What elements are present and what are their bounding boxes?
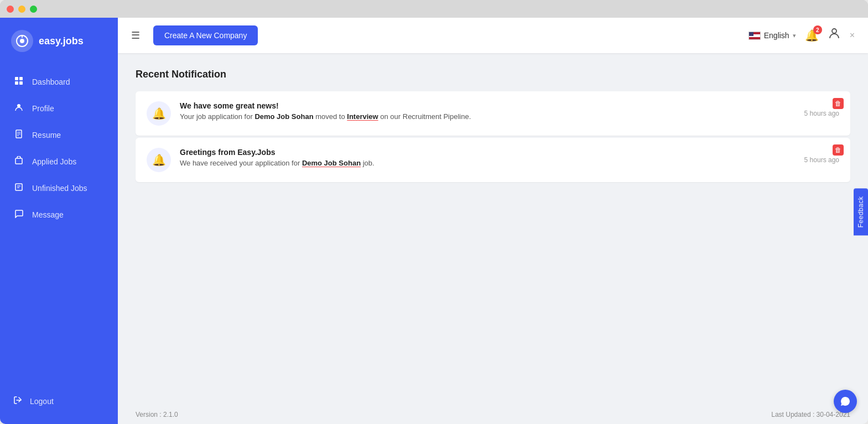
profile-icon <box>13 103 24 114</box>
sidebar-item-unfinished-jobs[interactable]: Unfinished Jobs <box>0 175 118 201</box>
svg-rect-13 <box>15 184 22 190</box>
notif-time-1: 5 hours ago <box>804 110 839 117</box>
notif-text-after-1: on our Recruitment Pipeline. <box>380 112 471 121</box>
create-company-button[interactable]: Create A New Company <box>153 25 258 45</box>
app-window: easy.jobs Dashboard Profile <box>0 0 868 424</box>
maximize-button[interactable] <box>30 6 37 13</box>
hamburger-icon[interactable]: ☰ <box>131 29 140 42</box>
sidebar-item-profile[interactable]: Profile <box>0 95 118 122</box>
notif-text-after-2: job. <box>363 159 375 167</box>
logout-icon <box>13 396 22 406</box>
svg-point-1 <box>20 39 24 43</box>
logo-icon <box>11 30 33 52</box>
svg-rect-6 <box>19 81 23 85</box>
notif-title-1: We have some great news! <box>180 101 796 110</box>
chevron-down-icon: ▾ <box>793 32 796 39</box>
header-close-icon[interactable]: × <box>850 30 855 40</box>
sidebar-item-dashboard-label: Dashboard <box>32 77 70 86</box>
sidebar-nav: Dashboard Profile Resume <box>0 64 118 387</box>
sidebar-item-applied-jobs-label: Applied Jobs <box>32 157 76 166</box>
dashboard-icon <box>13 76 24 87</box>
notif-demo-job-2: Demo Job Sohan <box>302 159 361 167</box>
chat-button[interactable] <box>834 390 857 413</box>
unfinished-jobs-icon <box>13 183 24 194</box>
svg-point-16 <box>832 29 836 33</box>
notif-demo-job-1: Demo Job Sohan <box>254 112 313 121</box>
flag-icon <box>749 32 761 40</box>
notification-card-2: 🔔 Greetings from Easy.Jobs We have recei… <box>136 138 850 182</box>
notif-text-2: We have received your application for De… <box>180 159 796 167</box>
svg-rect-4 <box>19 77 23 80</box>
feedback-tab[interactable]: Feedback <box>854 189 868 236</box>
version-text: Version : 2.1.0 <box>136 411 178 418</box>
user-profile-icon[interactable] <box>828 27 841 44</box>
notification-bell[interactable]: 🔔 2 <box>805 29 819 42</box>
sidebar-item-profile-label: Profile <box>32 104 54 113</box>
logo-text: easy.jobs <box>39 35 84 47</box>
notification-list: 🔔 We have some great news! Your job appl… <box>136 91 850 182</box>
content-area: Recent Notification 🔔 We have some great… <box>118 53 868 405</box>
sidebar-item-dashboard[interactable]: Dashboard <box>0 69 118 95</box>
resume-icon <box>13 130 24 141</box>
header: ☰ Create A New Company English ▾ 🔔 2 <box>118 18 868 53</box>
notif-delete-2[interactable]: 🗑 <box>833 144 844 156</box>
language-selector[interactable]: English ▾ <box>749 31 796 40</box>
notif-text-mid-1: moved to <box>315 112 347 121</box>
sidebar-item-message-label: Message <box>32 210 64 219</box>
notif-text-before-2: We have received your application for <box>180 159 302 167</box>
language-label: English <box>764 31 789 40</box>
notif-interview-link[interactable]: Interview <box>347 112 378 121</box>
notif-body-1: We have some great news! Your job applic… <box>180 101 796 121</box>
sidebar-item-resume-label: Resume <box>32 131 61 139</box>
sidebar-item-unfinished-jobs-label: Unfinished Jobs <box>32 184 87 193</box>
message-icon <box>13 209 24 220</box>
notif-text-before-1: Your job application for <box>180 112 254 121</box>
sidebar-item-applied-jobs[interactable]: Applied Jobs <box>0 148 118 175</box>
notification-badge: 2 <box>813 25 822 34</box>
logout-label: Logout <box>30 397 54 406</box>
titlebar <box>0 0 868 18</box>
main-area: ☰ Create A New Company English ▾ 🔔 2 <box>118 18 868 424</box>
svg-rect-3 <box>15 77 18 80</box>
sidebar-item-message[interactable]: Message <box>0 201 118 228</box>
notif-body-2: Greetings from Easy.Jobs We have receive… <box>180 148 796 167</box>
svg-rect-12 <box>15 158 22 164</box>
notif-title-2: Greetings from Easy.Jobs <box>180 148 796 157</box>
header-right: English ▾ 🔔 2 × <box>749 27 855 44</box>
sidebar: easy.jobs Dashboard Profile <box>0 18 118 424</box>
notification-card-1: 🔔 We have some great news! Your job appl… <box>136 91 850 136</box>
app-body: easy.jobs Dashboard Profile <box>0 18 868 424</box>
minimize-button[interactable] <box>18 6 25 13</box>
notif-text-1: Your job application for Demo Job Sohan … <box>180 112 796 121</box>
notif-bell-icon-1: 🔔 <box>147 101 171 126</box>
logout-button[interactable]: Logout <box>0 387 118 415</box>
notif-bell-icon-2: 🔔 <box>147 148 171 172</box>
svg-rect-5 <box>15 81 18 85</box>
sidebar-item-resume[interactable]: Resume <box>0 122 118 148</box>
last-updated-text: Last Updated : 30-04-2021 <box>771 411 850 418</box>
svg-point-7 <box>17 104 20 107</box>
close-button[interactable] <box>7 6 14 13</box>
notif-time-2: 5 hours ago <box>804 156 839 164</box>
footer: Version : 2.1.0 Last Updated : 30-04-202… <box>118 405 868 424</box>
applied-jobs-icon <box>13 156 24 167</box>
sidebar-logo: easy.jobs <box>0 18 118 64</box>
page-title: Recent Notification <box>136 69 850 80</box>
notif-delete-1[interactable]: 🗑 <box>833 98 844 109</box>
